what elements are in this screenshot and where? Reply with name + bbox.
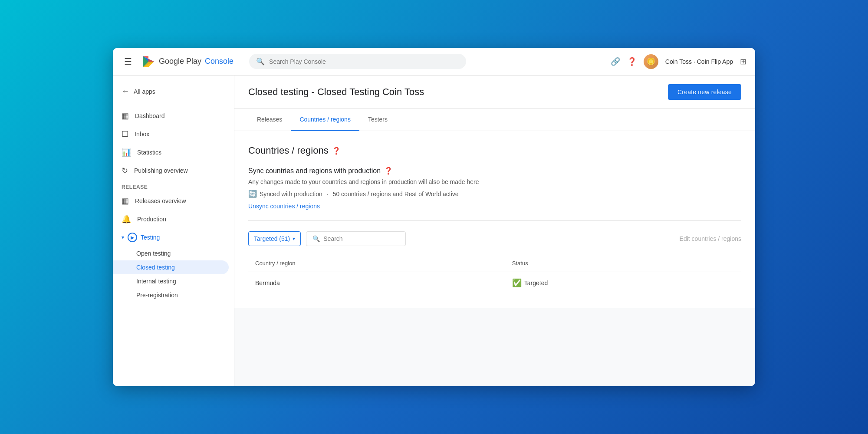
sidebar-item-statistics[interactable]: 📊 Statistics [113,143,229,161]
sidebar: ← All apps ▦ Dashboard ☐ Inbox 📊 Statist… [113,76,234,386]
pre-registration-label: Pre-registration [136,292,178,299]
sidebar-item-label: Releases overview [135,197,186,204]
releases-overview-icon: ▦ [122,196,129,206]
help-icon[interactable]: ❓ [627,57,637,66]
status-targeted: ✅ Targeted [512,278,734,288]
main-layout: ← All apps ▦ Dashboard ☐ Inbox 📊 Statist… [113,76,755,386]
status-cell: ✅ Targeted [505,272,741,294]
section-help-icon[interactable]: ❓ [332,147,341,155]
regions-search-input[interactable] [323,235,399,242]
closed-testing-label: Closed testing [136,264,175,271]
menu-icon[interactable]: ☰ [122,54,135,69]
sidebar-item-label: Statistics [137,149,161,156]
sidebar-item-pre-registration[interactable]: Pre-registration [113,288,229,302]
publishing-icon: ↻ [122,166,128,175]
topbar-right: 🔗 ❓ 🪙 Coin Toss · Coin Flip App ⊞ [611,54,746,69]
search-icon: 🔍 [312,235,320,242]
col-status-header: Status [505,255,741,272]
search-input[interactable] [269,58,459,65]
production-icon: 🔔 [122,214,131,224]
link-icon[interactable]: 🔗 [611,57,620,66]
page-header: Closed testing - Closed Testing Coin Tos… [234,76,755,109]
sidebar-item-label: Production [137,216,166,223]
testing-label: Testing [141,234,160,241]
tab-releases[interactable]: Releases [248,109,291,131]
chevron-down-icon: ▾ [293,236,295,242]
targeted-label: Targeted (51) [254,235,290,242]
regions-table: Country / region Status Bermuda ✅ Target… [248,255,741,294]
logo-google-text: Google Play [159,57,201,66]
search-icon: 🔍 [256,57,265,66]
edit-regions-link[interactable]: Edit countries / regions [680,235,741,242]
chevron-down-icon: ▾ [122,234,124,240]
sidebar-item-dashboard[interactable]: ▦ Dashboard [113,107,229,125]
col-country-header: Country / region [248,255,505,272]
targeted-dropdown[interactable]: Targeted (51) ▾ [248,231,301,246]
logo-area: Google Play Console [141,55,233,69]
back-arrow-icon: ← [122,87,129,96]
tabs-area: Releases Countries / regions Testers [234,109,755,131]
open-testing-label: Open testing [136,250,171,257]
sync-countries: 50 countries / regions and Rest of World… [333,191,459,197]
dashboard-icon: ▦ [122,111,129,121]
internal-testing-label: Internal testing [136,278,176,285]
sidebar-item-testing[interactable]: ▾ ▶ Testing [113,228,229,247]
avatar[interactable]: 🪙 [644,54,658,69]
sidebar-item-label: Dashboard [135,112,165,119]
page-content: Countries / regions ❓ Sync countries and… [234,131,755,308]
sidebar-item-label: Publishing overview [134,167,188,174]
sync-icon: 🔄 [248,190,257,198]
all-apps-link[interactable]: ← All apps [113,82,234,103]
grid-icon[interactable]: ⊞ [740,57,746,66]
search-bar[interactable]: 🔍 [249,54,466,69]
country-cell: Bermuda [248,272,505,294]
play-logo-icon [141,55,155,69]
filter-row: Targeted (51) ▾ 🔍 Edit countries / regio… [248,231,741,246]
tab-testers[interactable]: Testers [359,109,396,131]
topbar: ☰ Google Play Console 🔍 🔗 ❓ 🪙 Coin Toss … [113,48,755,76]
subsection-title: Sync countries and regions with producti… [248,167,741,175]
create-release-button[interactable]: Create new release [668,84,741,100]
app-window: ☰ Google Play Console 🔍 🔗 ❓ 🪙 Coin Toss … [113,48,755,386]
statistics-icon: 📊 [122,148,131,157]
sidebar-item-internal-testing[interactable]: Internal testing [113,274,229,288]
section-title: Countries / regions ❓ [248,145,741,156]
targeted-label: Targeted [524,279,548,286]
page-title: Closed testing - Closed Testing Coin Tos… [248,86,424,98]
testing-circle-icon: ▶ [128,233,137,242]
logo-console-text: Console [205,57,233,66]
table-row: Bermuda ✅ Targeted [248,272,741,294]
sidebar-item-releases-overview[interactable]: ▦ Releases overview [113,192,229,210]
sidebar-item-open-testing[interactable]: Open testing [113,247,229,260]
tab-countries-regions[interactable]: Countries / regions [291,109,359,131]
unsync-link[interactable]: Unsync countries / regions [248,203,320,210]
divider [248,220,741,221]
sidebar-item-label: Inbox [135,131,149,138]
sync-status: Synced with production [260,191,322,197]
subsection-desc: Any changes made to your countries and r… [248,178,741,185]
inbox-icon: ☐ [122,129,128,139]
sidebar-item-production[interactable]: 🔔 Production [113,210,229,228]
app-name-label: Coin Toss · Coin Flip App [665,58,733,65]
regions-search-field[interactable]: 🔍 [306,231,406,246]
content-area: Closed testing - Closed Testing Coin Tos… [234,76,755,386]
sidebar-item-closed-testing[interactable]: Closed testing [113,260,229,274]
sidebar-item-inbox[interactable]: ☐ Inbox [113,125,229,143]
subsection-help-icon[interactable]: ❓ [384,167,393,175]
release-section-label: Release [113,180,234,192]
all-apps-label: All apps [134,88,155,95]
sidebar-item-publishing-overview[interactable]: ↻ Publishing overview [113,161,229,180]
sync-info: 🔄 Synced with production · 50 countries … [248,190,741,198]
targeted-check-icon: ✅ [512,278,522,288]
